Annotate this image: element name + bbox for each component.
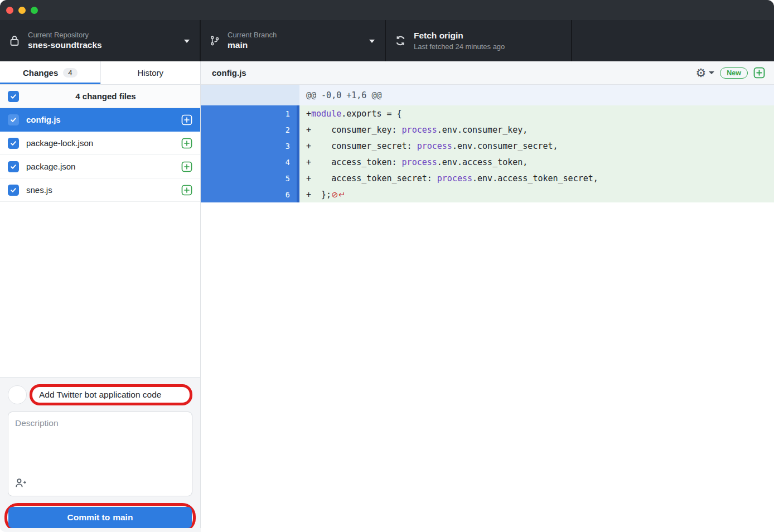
tab-changes[interactable]: Changes 4 xyxy=(0,61,100,84)
file-checkbox[interactable] xyxy=(8,185,19,196)
fetch-origin-button[interactable]: Fetch origin Last fetched 24 minutes ago xyxy=(386,20,572,61)
new-line-number: 3 xyxy=(250,138,297,154)
old-line-number xyxy=(201,122,250,138)
old-line-number xyxy=(201,138,250,154)
diff-lines: 1+module.exports = {2+ consumer_key: pro… xyxy=(201,105,774,202)
file-row[interactable]: snes.js xyxy=(0,178,200,202)
file-list: config.jspackage-lock.jsonpackage.jsonsn… xyxy=(0,108,200,202)
avatar xyxy=(8,385,27,404)
toolbar-spacer xyxy=(572,20,774,61)
commit-form: Add Twitter bot application code xyxy=(0,377,200,532)
minimize-button[interactable] xyxy=(18,7,26,14)
file-added-status-icon xyxy=(181,161,192,172)
diff-added-line: 1+module.exports = { xyxy=(201,105,774,122)
add-coauthor-icon[interactable] xyxy=(15,478,27,490)
diff-added-line: 6+ };⊘↵ xyxy=(201,186,774,202)
github-desktop-window: Current Repository snes-soundtracks Curr… xyxy=(0,0,774,532)
old-line-number xyxy=(201,186,250,202)
new-line-number: 6 xyxy=(250,186,297,202)
traffic-lights xyxy=(6,7,38,14)
lock-icon xyxy=(9,35,20,47)
plus-square-icon[interactable] xyxy=(753,67,765,79)
diff-filename: config.js xyxy=(212,68,695,78)
titlebar xyxy=(0,0,774,20)
file-name: snes.js xyxy=(26,185,181,195)
diff-code-text: + access_token_secret: process.env.acces… xyxy=(299,170,774,186)
gear-icon: ⚙ xyxy=(695,67,706,79)
diff-code-text: + access_token: process.env.access_token… xyxy=(299,154,774,170)
file-list-empty-space xyxy=(0,202,200,377)
window-bottom-edge xyxy=(0,528,201,532)
old-line-number xyxy=(201,105,250,122)
diff-added-line: 2+ consumer_key: process.env.consumer_ke… xyxy=(201,122,774,138)
commit-description-box xyxy=(8,412,192,496)
fetch-subtitle: Last fetched 24 minutes ago xyxy=(414,42,505,52)
file-added-status-icon xyxy=(181,185,192,196)
file-row[interactable]: config.js xyxy=(0,108,200,132)
commit-description-input[interactable] xyxy=(15,418,185,474)
zoom-button[interactable] xyxy=(31,7,38,14)
diff-added-line: 5+ access_token_secret: process.env.acce… xyxy=(201,170,774,186)
changed-files-count: 4 changed files xyxy=(19,91,192,101)
changes-count-badge: 4 xyxy=(63,68,77,78)
tab-history-label: History xyxy=(137,68,163,78)
chevron-down-icon xyxy=(369,40,375,43)
diff-header: config.js ⚙ New xyxy=(201,61,774,85)
diff-pane: config.js ⚙ New xyxy=(201,61,774,532)
sidebar-tabs: Changes 4 History xyxy=(0,61,200,85)
hunk-header-text: @@ -0,0 +1,6 @@ xyxy=(299,85,774,105)
new-line-number: 1 xyxy=(250,105,297,122)
file-row[interactable]: package.json xyxy=(0,155,200,178)
new-file-badge: New xyxy=(720,67,748,79)
hunk-header-row: @@ -0,0 +1,6 @@ xyxy=(201,85,774,105)
file-name: package-lock.json xyxy=(26,138,181,148)
new-line-number: 5 xyxy=(250,170,297,186)
branch-name: main xyxy=(228,40,277,51)
repository-name: snes-soundtracks xyxy=(28,40,102,51)
tab-changes-label: Changes xyxy=(23,68,58,78)
diff-options-button[interactable]: ⚙ xyxy=(695,67,714,79)
new-line-number: 4 xyxy=(250,154,297,170)
repository-label: Current Repository xyxy=(28,30,102,40)
current-repository-dropdown[interactable]: Current Repository snes-soundtracks xyxy=(0,20,201,61)
file-checkbox[interactable] xyxy=(8,114,19,125)
tab-history[interactable]: History xyxy=(100,61,201,84)
git-branch-icon xyxy=(210,36,220,46)
commit-summary-input[interactable]: Add Twitter bot application code xyxy=(39,390,183,400)
new-line-number: 2 xyxy=(250,122,297,138)
fetch-title: Fetch origin xyxy=(414,30,505,42)
file-checkbox[interactable] xyxy=(8,138,19,149)
old-line-number xyxy=(201,170,250,186)
old-line-number xyxy=(201,154,250,170)
commit-to-main-button[interactable]: Commit to main xyxy=(8,507,192,528)
diff-content: @@ -0,0 +1,6 @@ 1+module.exports = {2+ c… xyxy=(201,85,774,532)
commit-button-branch: main xyxy=(113,512,133,523)
file-added-status-icon xyxy=(181,138,192,149)
changed-files-header: 4 changed files xyxy=(0,85,200,108)
file-name: package.json xyxy=(26,162,181,171)
red-annotation-summary: Add Twitter bot application code xyxy=(30,384,192,405)
toolbar: Current Repository snes-soundtracks Curr… xyxy=(0,20,774,61)
diff-added-line: 3+ consumer_secret: process.env.consumer… xyxy=(201,138,774,154)
sync-icon xyxy=(395,35,406,46)
select-all-checkbox[interactable] xyxy=(8,91,19,102)
branch-label: Current Branch xyxy=(228,30,277,40)
diff-code-text: + consumer_secret: process.env.consumer_… xyxy=(299,138,774,154)
file-row[interactable]: package-lock.json xyxy=(0,132,200,155)
diff-added-line: 4+ access_token: process.env.access_toke… xyxy=(201,154,774,170)
close-button[interactable] xyxy=(6,7,13,14)
file-name: config.js xyxy=(26,115,181,124)
current-branch-dropdown[interactable]: Current Branch main xyxy=(201,20,386,61)
commit-button-prefix: Commit to xyxy=(67,512,110,523)
chevron-down-icon xyxy=(709,71,714,74)
diff-code-text: + consumer_key: process.env.consumer_key… xyxy=(299,122,774,138)
sidebar: Changes 4 History 4 changed files config… xyxy=(0,61,201,532)
file-added-status-icon xyxy=(181,114,192,125)
diff-code-text: + };⊘↵ xyxy=(299,186,774,202)
file-checkbox[interactable] xyxy=(8,161,19,172)
chevron-down-icon xyxy=(184,40,190,43)
diff-code-text: +module.exports = { xyxy=(299,105,774,122)
